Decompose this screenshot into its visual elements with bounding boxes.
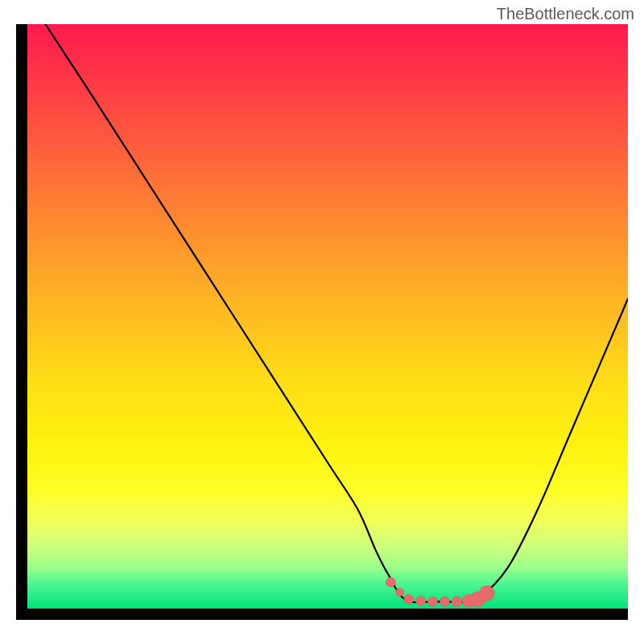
marker-dot — [386, 577, 395, 587]
marker-dot — [396, 588, 404, 597]
marker-dot — [416, 597, 426, 606]
watermark-text: TheBottleneck.com — [497, 5, 634, 23]
chart-svg — [27, 24, 628, 609]
marker-dot — [404, 594, 414, 604]
optimal-range-markers — [386, 577, 494, 607]
marker-dot — [452, 597, 462, 607]
bottleneck-curve — [45, 24, 628, 603]
marker-dot — [428, 597, 438, 606]
marker-dot — [440, 597, 449, 606]
chart-container: TheBottleneck.com — [0, 0, 644, 644]
plot-frame — [16, 24, 628, 620]
marker-dot — [479, 586, 494, 601]
